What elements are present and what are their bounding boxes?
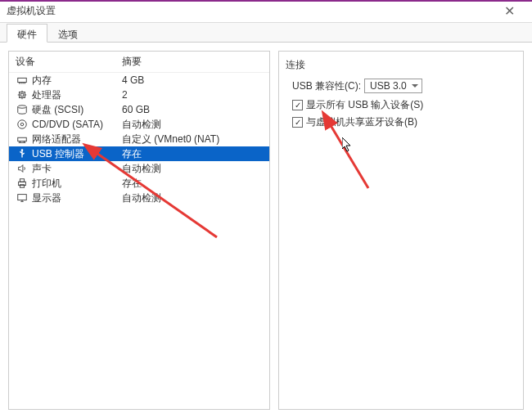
device-row-memory[interactable]: 内存4 GB (9, 73, 269, 88)
show-all-usb-label: 显示所有 USB 输入设备(S) (306, 98, 423, 112)
usb-compat-value: USB 3.0 (370, 80, 407, 92)
device-summary: 存在 (122, 147, 263, 161)
share-bluetooth-checkbox[interactable]: ✓ (292, 117, 303, 128)
device-summary: 2 (122, 89, 263, 101)
usb-compat-select[interactable]: USB 3.0 (364, 79, 422, 93)
device-row-network[interactable]: 网络适配器自定义 (VMnet0 (NAT) (9, 132, 269, 146)
device-name: 硬盘 (SCSI) (32, 103, 122, 117)
device-row-sound[interactable]: 声卡自动检测 (9, 161, 269, 176)
svg-point-14 (20, 123, 24, 126)
tab-hardware[interactable]: 硬件 (7, 24, 47, 43)
memory-icon (16, 74, 29, 87)
window-title: 虚拟机设置 (7, 4, 493, 18)
device-name: 网络适配器 (32, 133, 122, 146)
device-summary: 60 GB (122, 104, 263, 115)
svg-rect-7 (20, 93, 24, 97)
display-icon (16, 191, 29, 205)
device-list-panel: 设备 摘要 内存4 GB处理器2硬盘 (SCSI)60 GBCD/DVD (SA… (8, 51, 270, 410)
cd-icon (16, 118, 29, 131)
device-name: 处理器 (32, 88, 122, 102)
connection-group-label: 连接 (286, 58, 516, 72)
connection-panel: 连接 USB 兼容性(C): USB 3.0 ✓ 显示所有 USB 输入设备(S… (278, 51, 524, 410)
device-row-cd[interactable]: CD/DVD (SATA)自动检测 (9, 117, 269, 132)
device-name: 声卡 (32, 162, 122, 176)
close-button[interactable]: ✕ (493, 0, 525, 23)
device-row-printer[interactable]: 打印机存在 (9, 176, 269, 191)
device-summary: 4 GB (122, 74, 263, 86)
usb-icon (16, 147, 29, 160)
device-name: CD/DVD (SATA) (32, 119, 122, 130)
device-summary: 自定义 (VMnet0 (NAT) (122, 133, 263, 146)
device-name: 打印机 (32, 177, 122, 191)
network-icon (16, 133, 29, 146)
device-name: 显示器 (32, 191, 122, 205)
svg-rect-21 (20, 179, 24, 182)
device-name: 内存 (32, 74, 122, 88)
device-row-disk[interactable]: 硬盘 (SCSI)60 GB (9, 102, 269, 117)
share-bluetooth-label: 与虚拟机共享蓝牙设备(B) (306, 115, 417, 129)
svg-rect-15 (18, 137, 27, 141)
device-row-display[interactable]: 显示器自动检测 (9, 191, 269, 205)
device-summary: 自动检测 (122, 191, 263, 205)
device-summary: 存在 (122, 177, 263, 191)
header-summary: 摘要 (122, 55, 263, 69)
svg-rect-24 (18, 195, 27, 200)
disk-icon (16, 103, 29, 116)
svg-point-13 (18, 120, 27, 129)
device-row-cpu[interactable]: 处理器2 (9, 88, 269, 102)
header-device: 设备 (16, 55, 122, 69)
device-summary: 自动检测 (122, 162, 263, 176)
svg-rect-0 (18, 78, 27, 82)
tab-options[interactable]: 选项 (47, 24, 88, 43)
cpu-icon (16, 88, 29, 101)
usb-compat-label: USB 兼容性(C): (292, 79, 361, 93)
svg-rect-6 (20, 92, 25, 98)
sound-icon (16, 162, 29, 175)
printer-icon (16, 177, 29, 190)
device-name: USB 控制器 (32, 147, 122, 161)
svg-point-12 (18, 106, 27, 109)
device-row-usb[interactable]: USB 控制器存在 (9, 146, 269, 161)
show-all-usb-checkbox[interactable]: ✓ (292, 100, 303, 110)
device-summary: 自动检测 (122, 118, 263, 132)
